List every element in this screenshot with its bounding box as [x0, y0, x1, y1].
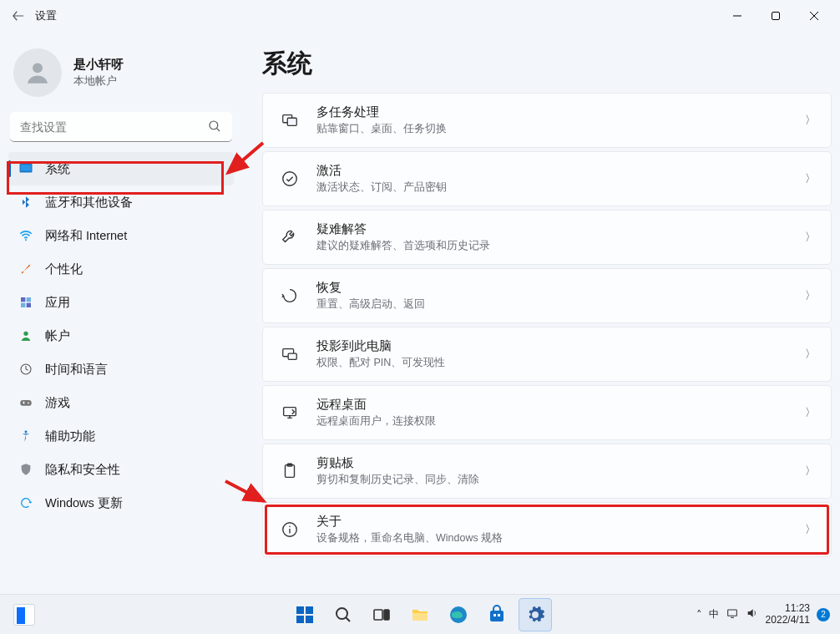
svg-rect-30	[306, 616, 313, 623]
project-icon	[278, 342, 301, 366]
svg-rect-38	[498, 614, 500, 616]
svg-rect-23	[286, 465, 295, 478]
card-title: 投影到此电脑	[316, 338, 805, 354]
back-button[interactable]	[7, 4, 30, 28]
main-panel: 系统 多任务处理贴靠窗口、桌面、任务切换 〉 激活激活状态、订阅、产品密钥 〉 …	[242, 32, 840, 594]
sidebar-item-label: 游戏	[45, 395, 70, 411]
sidebar-item-apps[interactable]: 应用	[8, 286, 234, 319]
gamepad-icon	[18, 395, 33, 410]
sidebar-item-label: 个性化	[45, 261, 83, 277]
search-wrap	[10, 112, 232, 142]
tray-chevron-up-icon[interactable]: ˄	[696, 608, 702, 621]
sidebar-item-accessibility[interactable]: 辅助功能	[8, 419, 234, 453]
sidebar-item-time-language[interactable]: 时间和语言	[8, 353, 234, 386]
taskbar-widgets-button[interactable]	[7, 597, 42, 632]
tray-network-icon[interactable]	[726, 606, 739, 622]
card-desc: 贴靠窗口、桌面、任务切换	[316, 122, 805, 136]
svg-rect-18	[287, 118, 296, 125]
sidebar: 是小轩呀 本地帐户 系统 蓝牙和其他设备 网络和 Internet	[0, 32, 242, 594]
window-maximize-button[interactable]	[757, 3, 795, 29]
svg-point-10	[23, 332, 28, 336]
card-desc: 权限、配对 PIN、可发现性	[316, 356, 805, 370]
tray-ime-indicator[interactable]: 中	[709, 607, 719, 621]
svg-rect-29	[296, 616, 304, 623]
sidebar-item-system[interactable]: 系统	[8, 152, 234, 185]
card-desc: 重置、高级启动、返回	[316, 297, 805, 312]
card-title: 恢复	[316, 280, 805, 296]
tray-volume-icon[interactable]	[746, 606, 759, 622]
card-troubleshoot[interactable]: 疑难解答建议的疑难解答、首选项和历史记录 〉	[262, 210, 832, 265]
tray-notification-badge[interactable]: 2	[817, 608, 830, 621]
sidebar-item-accounts[interactable]: 帐户	[8, 319, 234, 353]
start-button[interactable]	[288, 598, 321, 631]
chevron-right-icon: 〉	[805, 288, 816, 303]
sidebar-item-label: 应用	[45, 295, 70, 311]
search-input[interactable]	[10, 112, 232, 142]
file-explorer-button[interactable]	[403, 598, 437, 631]
tray-time: 11:23	[766, 603, 810, 615]
card-about[interactable]: 关于设备规格，重命名电脑、Windows 规格 〉	[262, 502, 832, 557]
card-clipboard[interactable]: 剪贴板剪切和复制历史记录、同步、清除 〉	[262, 444, 832, 499]
svg-rect-33	[384, 610, 389, 620]
svg-point-26	[289, 526, 291, 528]
svg-rect-8	[21, 303, 25, 307]
sidebar-item-bluetooth[interactable]: 蓝牙和其他设备	[8, 185, 234, 219]
recovery-icon	[278, 284, 301, 307]
window-minimize-button[interactable]	[718, 3, 757, 29]
card-title: 疑难解答	[316, 221, 805, 237]
svg-point-13	[28, 402, 29, 403]
sidebar-item-label: 隐私和安全性	[45, 462, 120, 478]
account-type: 本地帐户	[73, 74, 124, 89]
svg-rect-37	[493, 614, 496, 616]
activation-icon	[278, 167, 301, 190]
person-icon	[18, 328, 33, 343]
tray-date: 2022/4/11	[766, 615, 810, 626]
card-project-to-pc[interactable]: 投影到此电脑权限、配对 PIN、可发现性 〉	[262, 327, 832, 382]
card-recovery[interactable]: 恢复重置、高级启动、返回 〉	[262, 268, 832, 323]
svg-point-1	[33, 63, 43, 73]
avatar	[13, 48, 62, 97]
account-name: 是小轩呀	[73, 57, 124, 73]
taskbar-search-button[interactable]	[326, 598, 360, 631]
svg-rect-27	[296, 606, 304, 614]
settings-card-list: 多任务处理贴靠窗口、桌面、任务切换 〉 激活激活状态、订阅、产品密钥 〉 疑难解…	[262, 93, 832, 557]
account-block[interactable]: 是小轩呀 本地帐户	[8, 43, 234, 109]
svg-rect-28	[306, 606, 313, 614]
brush-icon	[18, 261, 33, 276]
sidebar-item-windows-update[interactable]: Windows 更新	[8, 486, 234, 520]
edge-button[interactable]	[442, 598, 475, 631]
sidebar-item-privacy[interactable]: 隐私和安全性	[8, 453, 234, 486]
sidebar-item-label: 蓝牙和其他设备	[45, 195, 133, 210]
card-activation[interactable]: 激活激活状态、订阅、产品密钥 〉	[262, 151, 832, 206]
sidebar-item-gaming[interactable]: 游戏	[8, 386, 234, 419]
tray-clock[interactable]: 11:23 2022/4/11	[766, 603, 810, 626]
svg-rect-32	[374, 610, 382, 620]
chevron-right-icon: 〉	[805, 522, 816, 537]
card-desc: 远程桌面用户，连接权限	[316, 414, 805, 429]
clipboard-icon	[278, 459, 301, 483]
svg-rect-6	[21, 297, 25, 302]
svg-rect-36	[490, 611, 503, 621]
wifi-icon	[18, 228, 33, 243]
card-title: 多任务处理	[316, 104, 805, 120]
card-title: 激活	[316, 163, 805, 179]
svg-point-31	[337, 608, 347, 619]
svg-point-19	[283, 172, 297, 186]
store-button[interactable]	[480, 598, 514, 631]
card-title: 关于	[316, 514, 805, 530]
sidebar-item-personalization[interactable]: 个性化	[8, 252, 234, 286]
task-view-button[interactable]	[365, 598, 398, 631]
svg-rect-4	[21, 165, 32, 171]
window-close-button[interactable]	[795, 3, 833, 29]
apps-icon	[18, 295, 33, 310]
card-multitasking[interactable]: 多任务处理贴靠窗口、桌面、任务切换 〉	[262, 93, 832, 148]
titlebar: 设置	[0, 0, 840, 32]
sidebar-item-network[interactable]: 网络和 Internet	[8, 219, 234, 252]
card-remote-desktop[interactable]: 远程桌面远程桌面用户，连接权限 〉	[262, 385, 832, 440]
chevron-right-icon: 〉	[805, 464, 816, 479]
clock-globe-icon	[18, 362, 33, 377]
settings-button[interactable]	[519, 598, 552, 631]
update-icon	[18, 495, 33, 510]
sidebar-item-label: 网络和 Internet	[45, 228, 127, 244]
system-tray: ˄ 中 11:23 2022/4/11 2	[696, 595, 833, 634]
